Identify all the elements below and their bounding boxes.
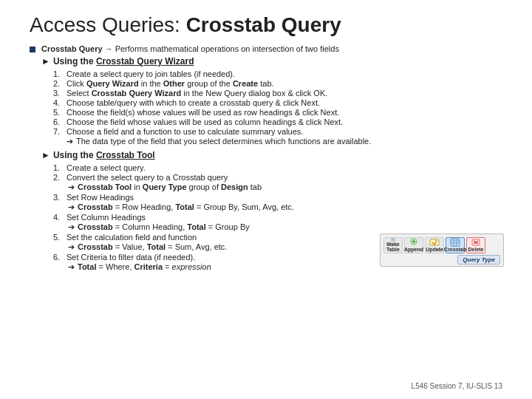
wizard-item-7-text: Choose a field and a function to use to … [66,127,502,136]
crosstab-desc: Performs mathematical operations on inte… [115,44,339,53]
num-5: 5. [53,108,66,117]
tool-arrow-char-2: ➔ [68,183,75,192]
query-type-text: Query Type [457,255,500,265]
tool-item-4-sub: ➔ Crosstab = Column Heading, Total = Gro… [68,222,502,232]
tool-header: ► Using the Crosstab Tool [41,150,502,162]
append-icon: Append [404,237,423,253]
wizard-item-3-text: Select Crosstab Query Wizard in the New … [66,89,502,98]
crosstab-label-tb: Crosstab [444,247,466,253]
tool-num-5: 5. [53,233,66,242]
page-title: Access Queries: Crosstab Query [30,13,502,37]
crosstab-definition: Crosstab Query → Performs mathematical o… [30,44,502,53]
bullet-icon [30,47,35,52]
tool-title-bold: Crosstab Tool [96,150,155,160]
make-table-icon: MakeTable [383,237,403,253]
tool-item-4: 4. Set Column Headings [53,213,502,222]
page: Access Queries: Crosstab Query Crosstab … [0,0,532,399]
make-table-label: MakeTable [386,242,400,253]
wizard-item-2-text: Click Query Wizard in the Other group of… [66,79,502,88]
tool-using: Using the [53,150,96,160]
num-6: 6. [53,117,66,126]
tool-item-1: 1. Create a select query. [53,163,502,172]
tool-item-4-text: Set Column Headings [66,213,502,222]
tool-arrow-char-5: ➔ [68,242,75,252]
tool-item-3-sub-text: Crosstab = Row Heading, Total = Group By… [78,202,294,211]
tool-item-2: 2. Convert the select query to a Crossta… [53,173,502,182]
append-label: Append [404,247,423,253]
tool-num-6: 6. [53,253,66,262]
update-label: Update [426,247,443,253]
tool-item-5-sub-text: Crosstab = Value, Total = Sum, Avg, etc. [78,242,227,251]
wizard-item-6-text: Choose the field whose values will be us… [66,117,502,126]
tool-num-2: 2. [53,173,66,182]
num-3: 3. [53,89,66,98]
delete-label: Delete [468,247,483,253]
tool-arrow-char-6: ➔ [68,262,75,272]
tool-num-1: 1. [53,163,66,172]
wizard-item-1-text: Create a select query to join tables (if… [66,69,502,78]
tool-title: Using the Crosstab Tool [53,150,155,160]
wizard-item-1: 1. Create a select query to join tables … [53,69,502,78]
toolbar-image: MakeTable Append Update [380,233,504,267]
arrow-sub-text: The data type of the field that you sele… [76,137,371,146]
toolbar-icons: MakeTable Append Update [383,237,500,253]
wizard-item-4-text: Choose table/query with which to create … [66,98,502,107]
wizard-list: 1. Create a select query to join tables … [53,69,502,146]
wizard-item-6: 6. Choose the field whose values will be… [53,117,502,126]
tool-item-6-sub-text: Total = Where, Criteria = expression [78,262,211,271]
footer: L546 Session 7, IU-SLIS 13 [412,382,502,390]
wizard-header: ► Using the Crosstab Query Wizard [41,56,502,68]
tool-item-3-text: Set Row Headings [66,193,502,202]
tool-num-3: 3. [53,193,66,202]
wizard-item-4: 4. Choose table/query with which to crea… [53,98,502,107]
num-7: 7. [53,127,66,136]
tool-arrow: ► [41,150,50,160]
crosstab-def-text: Crosstab Query → Performs mathematical o… [41,44,339,53]
title-prefix: Access Queries: [30,13,180,36]
title-suffix: Crosstab Query [186,13,341,36]
num-1: 1. [53,69,66,78]
tool-arrow-char-3: ➔ [68,202,75,212]
crosstab-label: Crosstab Query [41,44,103,53]
wizard-arrow: ► [41,56,50,66]
wizard-item-3: 3. Select Crosstab Query Wizard in the N… [53,89,502,98]
tool-item-1-text: Create a select query. [66,163,502,172]
wizard-arrow-sub: ➔ The data type of the field that you se… [66,137,502,146]
crosstab-icon: Crosstab [446,237,465,253]
wizard-item-5-text: Choose the field(s) whose values will be… [66,108,502,117]
arrow-sub-char: ➔ [66,137,73,146]
wizard-item-2: 2. Click Query Wizard in the Other group… [53,79,502,88]
wizard-title-bold: Crosstab Query Wizard [96,56,194,66]
update-icon: Update [425,237,444,253]
wizard-item-5: 5. Choose the field(s) whose values will… [53,108,502,117]
svg-rect-8 [451,239,460,246]
num-4: 4. [53,98,66,107]
tool-num-4: 4. [53,213,66,222]
tool-item-3-sub: ➔ Crosstab = Row Heading, Total = Group … [68,202,502,212]
toolbar-query-type-label: Query Type [383,255,500,265]
wizard-section: ► Using the Crosstab Query Wizard 1. Cre… [41,56,502,146]
tool-item-2-sub-text: Crosstab Tool in Query Type group of Des… [78,183,262,191]
wizard-using: Using the [53,56,96,66]
tool-item-2-text: Convert the select query to a Crosstab q… [66,173,502,182]
arrow-char: → [105,44,115,53]
tool-item-4-sub-text: Crosstab = Column Heading, Total = Group… [78,222,250,231]
num-2: 2. [53,79,66,88]
footer-text: L546 Session 7, IU-SLIS 13 [412,382,502,390]
wizard-item-7: 7. Choose a field and a function to use … [53,127,502,136]
tool-item-3: 3. Set Row Headings [53,193,502,202]
tool-item-2-sub: ➔ Crosstab Tool in Query Type group of D… [68,183,502,192]
wizard-title: Using the Crosstab Query Wizard [53,56,194,66]
delete-icon: Delete [466,237,485,253]
tool-arrow-char-4: ➔ [68,222,75,232]
